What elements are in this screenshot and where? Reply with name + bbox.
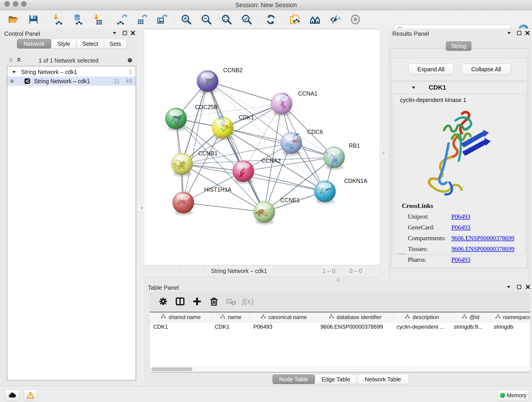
cdk1-section-header[interactable]: CDK1 bbox=[392, 82, 527, 94]
zoom-selected-icon[interactable] bbox=[241, 13, 253, 26]
column-header--id[interactable]: @id bbox=[451, 313, 491, 322]
node-CCNA1[interactable] bbox=[271, 93, 292, 116]
table-panel-close-icon[interactable] bbox=[525, 284, 531, 290]
window-minimize-button[interactable] bbox=[13, 1, 18, 7]
zoom-out-icon[interactable] bbox=[201, 13, 212, 26]
cell-description[interactable]: cyclin-dependent ... bbox=[393, 322, 451, 332]
node-CDC6[interactable] bbox=[280, 132, 302, 156]
tab-edge-table[interactable]: Edge Table bbox=[315, 375, 357, 384]
crosslink-link[interactable]: P06493 bbox=[451, 224, 470, 231]
column-header-name[interactable]: name bbox=[211, 313, 250, 322]
control-panel-maximize-icon[interactable] bbox=[122, 30, 128, 36]
collapse-all-button[interactable]: Collapse All bbox=[462, 64, 511, 75]
tab-sets[interactable]: Sets bbox=[104, 39, 127, 49]
export-network-icon[interactable] bbox=[116, 13, 128, 26]
string-network-graph[interactable]: CCNB2CCNA1CDC25BCDK1CDC6RB1CCNB1CCNA2CDK… bbox=[144, 30, 380, 265]
expand-all-button[interactable]: Expand All bbox=[408, 64, 454, 75]
tab-select[interactable]: Select bbox=[76, 39, 104, 49]
double-house-icon[interactable] bbox=[309, 13, 321, 26]
node-CCNB2[interactable] bbox=[197, 70, 218, 94]
toolbar-separator bbox=[174, 13, 174, 26]
network-options-gear-icon[interactable] bbox=[126, 56, 134, 64]
horizontal-splitter[interactable] bbox=[144, 277, 380, 282]
add-column-icon[interactable] bbox=[191, 295, 203, 307]
cell--id[interactable]: stringdb:9... bbox=[451, 322, 491, 332]
control-panel-close-icon[interactable] bbox=[130, 30, 136, 36]
node-label-CCNB1: CCNB1 bbox=[198, 150, 218, 157]
network-view-canvas[interactable]: CCNB2CCNA1CDC25BCDK1CDC6RB1CCNB1CCNA2CDK… bbox=[144, 29, 380, 265]
network-edge[interactable] bbox=[183, 203, 264, 212]
tab-string[interactable]: String bbox=[446, 41, 472, 51]
delete-column-trash-icon[interactable] bbox=[208, 295, 220, 307]
open-file-icon[interactable] bbox=[7, 13, 19, 26]
horizontal-splitter-grip[interactable] bbox=[336, 277, 341, 282]
import-table-from-file-icon[interactable] bbox=[92, 13, 104, 26]
warning-icon[interactable] bbox=[23, 389, 38, 401]
window-maximize-button[interactable] bbox=[21, 1, 27, 7]
cloud-icon[interactable] bbox=[5, 389, 19, 401]
node-HIST1H1A[interactable] bbox=[172, 192, 194, 215]
crosslinks-scrollbar[interactable] bbox=[398, 253, 406, 255]
column-header-database-identifier[interactable]: database identifier bbox=[317, 313, 393, 322]
tab-node-table[interactable]: Node Table bbox=[272, 375, 315, 384]
column-header-shared-name[interactable]: shared name bbox=[150, 313, 211, 322]
import-network-from-database-icon[interactable] bbox=[72, 13, 84, 26]
network-collection-row[interactable]: String Network – cdk1 1 bbox=[7, 67, 136, 77]
window-close-button[interactable] bbox=[4, 1, 10, 7]
export-table-icon[interactable] bbox=[136, 13, 148, 26]
cell-shared-name[interactable]: CDK1 bbox=[150, 322, 211, 332]
crosslink-row: Tissues: 9606.ENSP00000378699 bbox=[408, 244, 522, 254]
results-panel-maximize-icon[interactable] bbox=[516, 30, 522, 36]
right-splitter-grip[interactable] bbox=[380, 150, 386, 155]
crosslink-link[interactable]: 9606.ENSP00000378699 bbox=[451, 245, 514, 253]
node-CDC25B[interactable] bbox=[165, 108, 187, 131]
cell-database-identifier[interactable]: 9606.ENSP00000378699 bbox=[317, 322, 393, 332]
save-session-icon[interactable] bbox=[27, 13, 39, 26]
collection-expand-icon[interactable] bbox=[10, 69, 18, 75]
crosslink-link[interactable]: P06493 bbox=[451, 213, 470, 220]
column-header-namespace[interactable]: namespace bbox=[491, 313, 530, 322]
cell-namespace[interactable]: stringdb bbox=[491, 322, 530, 332]
column-header-canonical-name[interactable]: canonical name bbox=[250, 313, 317, 322]
table-panel-float-icon[interactable] bbox=[505, 284, 512, 290]
apply-preferred-layout-icon[interactable] bbox=[265, 13, 277, 26]
node-CCNA2[interactable] bbox=[233, 160, 254, 184]
table-options-gear-icon[interactable] bbox=[157, 295, 169, 307]
crosslink-link[interactable]: 9606.ENSP00000378699 bbox=[451, 235, 514, 242]
new-network-from-selection-icon[interactable] bbox=[289, 13, 301, 26]
import-network-from-file-icon[interactable] bbox=[51, 13, 63, 26]
results-panel-close-icon[interactable] bbox=[524, 30, 531, 36]
column-header-description[interactable]: description bbox=[393, 313, 451, 322]
node-CDK1[interactable] bbox=[212, 116, 234, 140]
network-edge[interactable] bbox=[183, 81, 208, 203]
node-CDKN1A[interactable] bbox=[314, 181, 336, 204]
node-CCNE1[interactable] bbox=[253, 201, 275, 225]
cell-canonical-name[interactable]: P06493 bbox=[250, 322, 317, 332]
left-splitter-grip[interactable] bbox=[139, 205, 144, 210]
tab-network-table[interactable]: Network Table bbox=[357, 375, 409, 384]
scrollbar-thumb[interactable] bbox=[151, 367, 192, 371]
zoom-fit-content-icon[interactable] bbox=[221, 13, 233, 26]
table-row[interactable]: CDK1CDK1P064939606.ENSP00000378699cyclin… bbox=[150, 322, 530, 332]
table-panel-maximize-icon[interactable] bbox=[516, 284, 522, 290]
cell-name[interactable]: CDK1 bbox=[211, 322, 250, 332]
memory-button[interactable]: Memory bbox=[498, 390, 529, 401]
zoom-in-icon[interactable] bbox=[180, 13, 192, 26]
results-panel-float-icon[interactable] bbox=[506, 30, 512, 36]
show-graphics-details-icon[interactable] bbox=[349, 13, 361, 26]
hide-graphics-details-icon[interactable] bbox=[329, 13, 341, 26]
left-splitter[interactable] bbox=[137, 28, 144, 386]
node-RB1[interactable] bbox=[323, 147, 345, 170]
table-horizontal-scrollbar[interactable] bbox=[150, 366, 530, 372]
network-row-selected[interactable]: String Network – cdk1 11 48 bbox=[7, 77, 136, 86]
show-columns-icon[interactable] bbox=[174, 295, 186, 307]
network-edge[interactable] bbox=[208, 81, 282, 104]
section-collapse-icon[interactable] bbox=[410, 84, 417, 91]
control-panel-float-icon[interactable] bbox=[111, 30, 118, 36]
tab-network[interactable]: Network bbox=[17, 39, 51, 49]
export-image-icon[interactable] bbox=[156, 13, 168, 26]
crosslink-link[interactable]: P06493 bbox=[451, 256, 470, 263]
node-CCNB1[interactable] bbox=[171, 153, 193, 177]
tab-style[interactable]: Style bbox=[51, 39, 76, 49]
right-splitter[interactable] bbox=[380, 28, 389, 282]
